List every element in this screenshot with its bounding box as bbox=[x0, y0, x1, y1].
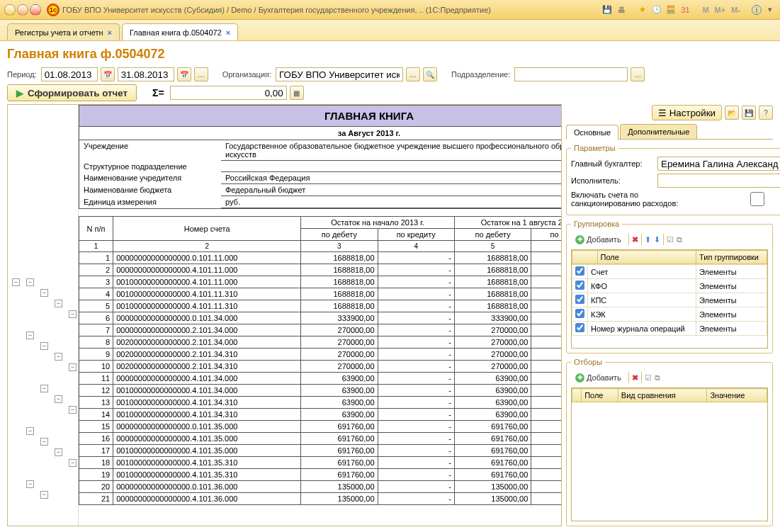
m-minus-button[interactable]: M- bbox=[730, 6, 742, 14]
table-row[interactable]: 1500000000000000000.0.101.35.000691760,0… bbox=[79, 421, 562, 433]
table-row[interactable]: 700000000000000000.2.101.34.000270000,00… bbox=[79, 324, 562, 336]
tab-extra-settings[interactable]: Дополнительные bbox=[620, 124, 697, 139]
grouping-delete-icon[interactable]: ✖ bbox=[632, 235, 638, 244]
sum-select-button[interactable]: ▦ bbox=[290, 86, 304, 100]
settings-button[interactable]: ☰ Настройки bbox=[652, 105, 722, 120]
settings-save-icon[interactable]: 💾 bbox=[742, 106, 756, 120]
row-checkbox[interactable] bbox=[575, 295, 584, 304]
window-close-button[interactable] bbox=[30, 4, 41, 16]
tab-main-settings[interactable]: Основные bbox=[566, 125, 618, 140]
filters-checkall-icon[interactable]: ☑ bbox=[645, 373, 652, 383]
tree-gutter[interactable]: − − − − − − − − − − − − − − − − − − bbox=[8, 105, 79, 526]
period-to-input[interactable] bbox=[118, 67, 174, 81]
close-icon[interactable]: × bbox=[108, 28, 112, 37]
table-row[interactable]: 900200000000000000.2.101.34.310270000,00… bbox=[79, 349, 562, 361]
tree-node[interactable]: − bbox=[26, 427, 34, 435]
grouping-down-icon[interactable]: ⬇ bbox=[654, 235, 660, 244]
calendar-icon[interactable]: 31 bbox=[679, 4, 691, 16]
list-item[interactable]: КЭКЭлементы bbox=[572, 307, 767, 322]
dept-input[interactable] bbox=[514, 67, 628, 81]
tree-node[interactable]: − bbox=[40, 438, 48, 446]
row-checkbox[interactable] bbox=[575, 309, 584, 318]
table-row[interactable]: 1400100000000000000.4.101.34.31063900,00… bbox=[79, 409, 562, 421]
tree-node[interactable]: − bbox=[26, 480, 34, 488]
m-plus-button[interactable]: M+ bbox=[713, 6, 728, 14]
org-input[interactable] bbox=[276, 67, 403, 81]
tree-node[interactable]: − bbox=[55, 448, 62, 456]
tree-node[interactable]: − bbox=[26, 332, 34, 339]
period-from-input[interactable] bbox=[41, 67, 98, 81]
include-checkbox[interactable] bbox=[696, 192, 781, 206]
table-row[interactable]: 400100000000000000.4.101.11.3101688818,0… bbox=[79, 288, 562, 300]
dropdown-icon[interactable]: ▾ bbox=[764, 4, 776, 16]
grouping-up-icon[interactable]: ⬆ bbox=[645, 235, 651, 244]
tree-node[interactable]: − bbox=[26, 278, 34, 286]
table-row[interactable]: 1900100000000000000.4.101.35.310691760,0… bbox=[79, 469, 562, 481]
table-row[interactable]: 200000000000000000.4.101.11.0001688818,0… bbox=[79, 264, 562, 276]
window-maximize-button[interactable] bbox=[17, 4, 28, 16]
table-row[interactable]: 1300100000000000000.4.101.34.31063900,00… bbox=[79, 397, 562, 409]
tab-registers[interactable]: Регистры учета и отчетн × bbox=[7, 23, 120, 40]
tab-main-book[interactable]: Главная книга ф.0504072 × bbox=[122, 23, 238, 40]
tree-node[interactable]: − bbox=[40, 289, 48, 297]
org-search-button[interactable]: 🔍 bbox=[423, 67, 437, 81]
accountant-input[interactable] bbox=[657, 157, 780, 171]
table-row[interactable]: 2100000000000000000.4.101.36.000135000,0… bbox=[79, 493, 562, 505]
row-checkbox[interactable] bbox=[575, 281, 584, 290]
dept-select-button[interactable]: … bbox=[631, 67, 645, 81]
tree-node[interactable]: − bbox=[69, 406, 77, 414]
table-row[interactable]: 500100000000000000.4.101.11.3101688818,0… bbox=[79, 300, 562, 312]
table-row[interactable]: 100000000000000000.0.101.11.0001688818,0… bbox=[79, 252, 562, 264]
org-select-button[interactable]: … bbox=[406, 67, 420, 81]
table-row[interactable]: 800200000000000000.2.101.34.000270000,00… bbox=[79, 336, 562, 349]
filters-delete-icon[interactable]: ✖ bbox=[632, 373, 638, 383]
row-checkbox[interactable] bbox=[575, 266, 584, 276]
table-row[interactable]: 1600000000000000000.4.101.35.000691760,0… bbox=[79, 433, 562, 445]
table-row[interactable]: 1100000000000000000.4.101.34.00063900,00… bbox=[79, 373, 562, 385]
window-minimize-button[interactable] bbox=[4, 4, 16, 16]
history-icon[interactable]: 🕓 bbox=[651, 4, 662, 16]
close-icon[interactable]: × bbox=[226, 28, 230, 37]
grouping-checkall-icon[interactable]: ☑ bbox=[667, 235, 674, 244]
m-button[interactable]: M bbox=[701, 6, 710, 14]
table-row[interactable]: 1200100000000000000.4.101.34.00063900,00… bbox=[79, 385, 562, 397]
tree-node[interactable]: − bbox=[55, 353, 62, 361]
performer-input[interactable] bbox=[657, 174, 780, 188]
settings-help-icon[interactable]: ? bbox=[759, 106, 773, 120]
list-item[interactable]: Номер журнала операцийЭлементы bbox=[572, 322, 767, 336]
filters-add-button[interactable]: Добавить bbox=[571, 370, 626, 385]
calculator-icon[interactable]: 🧮 bbox=[665, 4, 677, 16]
table-row[interactable]: 1000200000000000000.2.101.34.310270000,0… bbox=[79, 361, 562, 373]
tree-node[interactable]: − bbox=[40, 342, 48, 350]
info-icon[interactable]: i bbox=[752, 5, 762, 15]
sum-input[interactable] bbox=[170, 86, 287, 100]
tree-node[interactable]: − bbox=[40, 491, 48, 499]
tree-node[interactable]: − bbox=[12, 278, 20, 286]
tree-node[interactable]: − bbox=[55, 300, 62, 307]
list-item[interactable]: КФОЭлементы bbox=[572, 279, 767, 293]
period-select-button[interactable]: … bbox=[194, 67, 208, 81]
table-row[interactable]: 600000000000000000.0.101.34.000333900,00… bbox=[79, 312, 562, 324]
print-icon[interactable]: 🖶 bbox=[616, 4, 627, 16]
save-icon[interactable]: 💾 bbox=[601, 4, 613, 16]
table-row[interactable]: 2000000000000000000.0.101.36.000135000,0… bbox=[79, 481, 562, 493]
tree-node[interactable]: − bbox=[69, 310, 77, 318]
grouping-copy-icon[interactable]: ⧉ bbox=[677, 235, 682, 244]
row-checkbox[interactable] bbox=[575, 323, 584, 332]
settings-open-icon[interactable]: 📂 bbox=[725, 106, 739, 120]
tree-node[interactable]: − bbox=[40, 385, 48, 392]
list-item[interactable]: СчетЭлементы bbox=[572, 265, 767, 279]
table-row[interactable]: 300100000000000000.4.101.11.0001688818,0… bbox=[79, 276, 562, 288]
table-row[interactable]: 1800100000000000000.4.101.35.310691760,0… bbox=[79, 457, 562, 469]
tree-node[interactable]: − bbox=[69, 459, 77, 467]
table-row[interactable]: 1700100000000000000.4.101.35.000691760,0… bbox=[79, 445, 562, 457]
list-item[interactable]: КПСЭлементы bbox=[572, 293, 767, 307]
generate-report-button[interactable]: Сформировать отчет bbox=[7, 84, 137, 101]
grouping-add-button[interactable]: Добавить bbox=[571, 232, 626, 247]
filters-copy-icon[interactable]: ⧉ bbox=[655, 373, 660, 383]
tree-node[interactable]: − bbox=[69, 363, 77, 371]
tree-node[interactable]: − bbox=[55, 395, 62, 403]
calendar-from-button[interactable]: 📅 bbox=[101, 67, 115, 81]
favorite-icon[interactable]: ★ bbox=[637, 4, 648, 16]
calendar-to-button[interactable]: 📅 bbox=[177, 67, 191, 81]
